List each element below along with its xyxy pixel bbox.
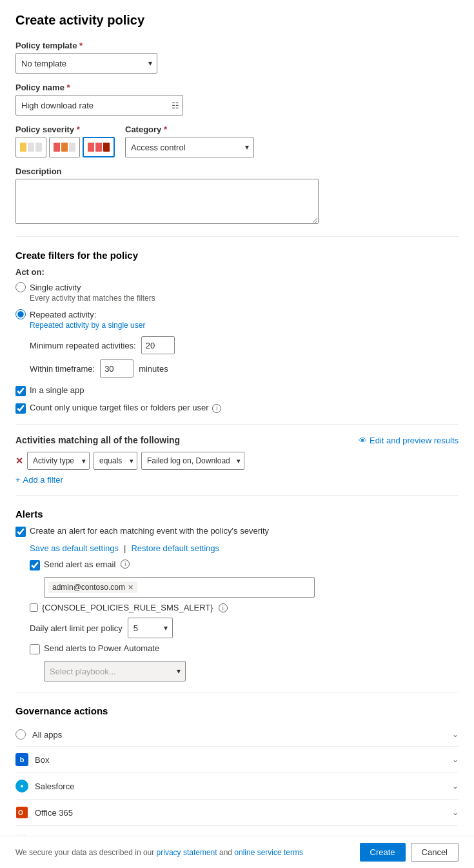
divider-1 bbox=[15, 236, 459, 237]
filters-section-title: Create filters for the policy bbox=[15, 250, 459, 261]
footer-main-text: We secure your data as described in our bbox=[15, 848, 154, 857]
repeated-activity-radio[interactable] bbox=[15, 309, 26, 319]
count-unique-checkbox[interactable] bbox=[15, 403, 26, 414]
policy-template-select[interactable]: No template bbox=[15, 53, 157, 74]
severity-high-button[interactable] bbox=[83, 137, 115, 157]
email-remove-icon[interactable]: ✕ bbox=[128, 583, 133, 592]
sev-block-3 bbox=[103, 143, 110, 152]
playbook-select[interactable]: Select playbook... bbox=[44, 661, 186, 681]
sev-block-2 bbox=[28, 143, 34, 152]
policy-name-input[interactable] bbox=[15, 95, 183, 116]
separator: | bbox=[124, 543, 126, 553]
terms-link[interactable]: online service terms bbox=[234, 848, 303, 857]
sev-block-2 bbox=[95, 143, 102, 152]
act-on-label: Act on: bbox=[15, 267, 459, 277]
all-apps-radio-icon bbox=[15, 729, 26, 740]
min-repeated-input[interactable] bbox=[141, 336, 175, 354]
filter-remove-button[interactable]: ✕ bbox=[15, 456, 23, 466]
single-activity-radio[interactable] bbox=[15, 282, 26, 292]
box-chevron-icon: ⌄ bbox=[452, 755, 459, 764]
divider-2 bbox=[15, 424, 459, 425]
edit-preview-button[interactable]: 👁 Edit and preview results bbox=[359, 436, 459, 445]
box-icon: b bbox=[15, 753, 28, 766]
single-app-checkbox[interactable] bbox=[15, 386, 26, 396]
within-timeframe-input[interactable] bbox=[100, 359, 133, 378]
count-unique-label: Count only unique target files or folder… bbox=[30, 403, 209, 412]
sev-block-1 bbox=[88, 143, 94, 152]
governance-title: Governance actions bbox=[15, 705, 459, 716]
operator-wrapper: equals bbox=[94, 452, 137, 470]
gov-office365-left: O Office 365 bbox=[15, 806, 73, 819]
create-button[interactable]: Create bbox=[360, 843, 406, 862]
svg-text:O: O bbox=[18, 809, 23, 816]
playbook-select-wrapper: Select playbook... bbox=[44, 661, 186, 681]
filter-value-wrapper: Failed log on, Download bbox=[141, 452, 244, 470]
footer-and: and bbox=[219, 848, 234, 857]
category-field: Category Access control bbox=[125, 125, 254, 157]
edit-preview-label: Edit and preview results bbox=[370, 436, 459, 445]
daily-limit-label: Daily alert limit per policy bbox=[30, 623, 123, 633]
single-app-row: In a single app bbox=[15, 385, 459, 396]
filter-value-select[interactable]: Failed log on, Download bbox=[141, 452, 244, 470]
cancel-button[interactable]: Cancel bbox=[411, 843, 459, 862]
email-info-icon[interactable]: i bbox=[121, 560, 130, 569]
box-label: Box bbox=[35, 755, 49, 765]
severity-field: Policy severity bbox=[15, 125, 115, 157]
add-filter-button[interactable]: + Add a filter bbox=[15, 475, 459, 485]
min-repeated-label: Minimum repeated activities: bbox=[30, 341, 136, 350]
sev-block-1 bbox=[54, 143, 60, 152]
severity-low-button[interactable] bbox=[15, 137, 46, 157]
divider-4 bbox=[15, 692, 459, 692]
salesforce-chevron-icon: ⌄ bbox=[452, 782, 459, 791]
activity-type-select[interactable]: Activity type bbox=[27, 452, 90, 470]
gov-all-apps-left: All apps bbox=[15, 729, 62, 740]
save-default-link[interactable]: Save as default settings bbox=[30, 543, 119, 553]
single-activity-row: Single activity bbox=[15, 282, 459, 292]
governance-office365-row[interactable]: O Office 365 ⌄ bbox=[15, 800, 459, 826]
send-email-row: Send alert as email i bbox=[30, 560, 459, 570]
category-select[interactable]: Access control bbox=[125, 137, 254, 157]
category-label: Category bbox=[125, 125, 254, 134]
policy-template-label: Policy template bbox=[15, 41, 459, 50]
daily-limit-select[interactable]: 5 bbox=[128, 618, 173, 638]
governance-salesforce-row[interactable]: ● Salesforce ⌄ bbox=[15, 773, 459, 800]
plus-icon: + bbox=[15, 475, 21, 485]
policy-name-wrapper: ☷ bbox=[15, 95, 183, 116]
repeated-activity-sub: Repeated activity by a single user bbox=[30, 321, 459, 330]
policy-template-wrapper: No template bbox=[15, 53, 157, 74]
filter-bar-header: Activities matching all of the following… bbox=[15, 435, 459, 445]
footer-text: We secure your data as described in our … bbox=[15, 848, 303, 857]
governance-box-row[interactable]: b Box ⌄ bbox=[15, 747, 459, 773]
sev-block-3 bbox=[35, 143, 42, 152]
privacy-link[interactable]: privacy statement bbox=[157, 848, 217, 857]
activity-type-wrapper: Activity type bbox=[27, 452, 90, 470]
description-textarea[interactable] bbox=[15, 179, 319, 224]
severity-options bbox=[15, 137, 115, 157]
category-wrapper: Access control bbox=[125, 137, 254, 157]
email-input-row[interactable]: admin@contoso.com ✕ bbox=[44, 577, 315, 598]
governance-all-apps-row[interactable]: All apps ⌄ bbox=[15, 723, 459, 747]
severity-medium-button[interactable] bbox=[49, 137, 80, 157]
page-title: Create activity policy bbox=[15, 13, 459, 28]
power-automate-checkbox[interactable] bbox=[30, 644, 40, 654]
count-unique-info-icon[interactable]: i bbox=[212, 404, 221, 413]
within-timeframe-field: Within timeframe: minutes bbox=[30, 359, 459, 378]
save-restore-row: Save as default settings | Restore defau… bbox=[30, 543, 459, 553]
send-email-checkbox[interactable] bbox=[30, 560, 40, 570]
create-alert-checkbox[interactable] bbox=[15, 527, 26, 537]
daily-limit-row: Daily alert limit per policy 5 bbox=[30, 618, 459, 638]
sms-info-icon[interactable]: i bbox=[219, 603, 228, 612]
policy-name-field: Policy name ☷ bbox=[15, 83, 459, 116]
office365-chevron-icon: ⌄ bbox=[452, 808, 459, 817]
activities-matching-section: Activities matching all of the following… bbox=[15, 435, 459, 485]
alerts-title: Alerts bbox=[15, 509, 459, 520]
operator-select[interactable]: equals bbox=[94, 452, 137, 470]
daily-limit-wrapper: 5 bbox=[128, 618, 173, 638]
minutes-label: minutes bbox=[139, 364, 168, 374]
count-unique-label-wrapper: Count only unique target files or folder… bbox=[30, 403, 221, 413]
single-activity-label: Single activity bbox=[30, 283, 81, 292]
power-automate-row: Send alerts to Power Automate bbox=[30, 643, 459, 654]
sms-checkbox[interactable] bbox=[30, 603, 38, 612]
restore-default-link[interactable]: Restore default settings bbox=[131, 543, 219, 553]
single-app-label: In a single app bbox=[30, 385, 84, 395]
